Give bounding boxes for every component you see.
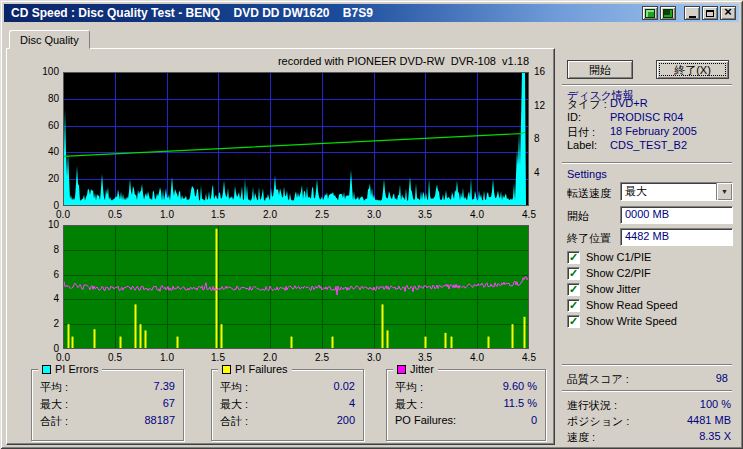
axis-tick-label: 12 bbox=[534, 100, 554, 111]
start-button[interactable]: 開始 bbox=[567, 60, 633, 79]
pi-errors-row: 平均 :7.39 bbox=[40, 380, 175, 397]
pi-errors-label: 合計 : bbox=[40, 414, 68, 429]
chart-panel: recorded with PIONEER DVD-RW DVR-108 v1.… bbox=[6, 48, 555, 445]
quality-score-value: 98 bbox=[716, 372, 728, 384]
checkbox-show-c1-pie[interactable]: ✓ bbox=[567, 251, 580, 264]
bottom-chart: 02468100.00.51.01.52.02.53.03.54.04.5 bbox=[63, 225, 529, 349]
pi-failures-value: 4 bbox=[349, 397, 355, 409]
start-position-input[interactable]: 0000 MB bbox=[620, 206, 733, 224]
tab-label: Disc Quality bbox=[20, 34, 79, 46]
dropdown-button[interactable]: ▼ bbox=[716, 183, 732, 200]
status-row: ポジション :4481 MB bbox=[567, 414, 731, 430]
pi-errors-row: 合計 :88187 bbox=[40, 414, 175, 431]
check-icon: ✓ bbox=[569, 268, 578, 279]
separator bbox=[562, 364, 732, 366]
stat-box-header: PI Failures bbox=[218, 362, 292, 376]
axis-tick-label: 3.5 bbox=[411, 209, 439, 220]
stat-box-pi-failures: PI Failures平均 :0.02最大 :4合計 :200 bbox=[211, 369, 364, 441]
axis-tick-label: 20 bbox=[25, 173, 59, 184]
pie-and-write-speed-chart bbox=[63, 72, 529, 206]
checkbox-row-show-jitter[interactable]: ✓Show Jitter bbox=[567, 282, 731, 298]
pi-errors-row: 最大 :67 bbox=[40, 397, 175, 414]
green-chip-icon-1[interactable] bbox=[642, 6, 658, 20]
pi-failures-value: 0.02 bbox=[334, 380, 355, 392]
chip-glyph-icon bbox=[645, 9, 655, 18]
checkbox-show-write-speed[interactable]: ✓ bbox=[567, 315, 580, 328]
checkbox-row-show-c2-pif[interactable]: ✓Show C2/PIF bbox=[567, 266, 731, 282]
status-row: 進行状況 :100 % bbox=[567, 398, 731, 414]
status-value: 100 % bbox=[700, 398, 731, 410]
checkbox-show-read-speed[interactable]: ✓ bbox=[567, 299, 580, 312]
jitter-label: 最大 : bbox=[395, 397, 423, 412]
jitter-value: 11.5 % bbox=[504, 397, 537, 409]
green-chip-icon-2[interactable] bbox=[660, 6, 676, 20]
axis-tick-label: 10 bbox=[25, 219, 59, 230]
stat-box-pi-errors: PI Errors平均 :7.39最大 :67合計 :88187 bbox=[31, 369, 184, 441]
status-row: 速度 :8.35 X bbox=[567, 430, 731, 446]
tab-disc-quality[interactable]: Disc Quality bbox=[9, 30, 90, 49]
end-position-input[interactable]: 4482 MB bbox=[620, 228, 733, 246]
pi-failures-row: 最大 :4 bbox=[220, 397, 355, 414]
checkbox-label: Show C2/PIF bbox=[586, 267, 651, 279]
axis-tick-label: 4.5 bbox=[515, 352, 543, 363]
maximize-button[interactable] bbox=[702, 6, 718, 20]
jitter-label: 平均 : bbox=[395, 380, 423, 395]
start-position-label: 開始 bbox=[567, 209, 589, 224]
stat-box-title: Jitter bbox=[410, 363, 434, 375]
axis-tick-label: 4.5 bbox=[515, 209, 543, 220]
axis-tick-label: 2.5 bbox=[308, 209, 336, 220]
checkbox-row-show-c1-pie[interactable]: ✓Show C1/PIE bbox=[567, 250, 731, 266]
jitter-row: PO Failures:0 bbox=[395, 414, 537, 431]
disc-info-row: ID:PRODISC R04 bbox=[567, 111, 731, 125]
exit-button[interactable]: 終了(X) bbox=[656, 60, 729, 79]
checkbox-label: Show Jitter bbox=[586, 283, 640, 295]
pif-and-jitter-chart bbox=[63, 225, 529, 349]
disc-info-label: ID: bbox=[567, 111, 581, 123]
transfer-speed-value: 最大 bbox=[621, 183, 716, 200]
axis-tick-label: 8 bbox=[25, 244, 59, 255]
axis-tick-label: 16 bbox=[534, 66, 554, 77]
chevron-down-icon: ▼ bbox=[721, 188, 728, 195]
axis-tick-label: 1.0 bbox=[153, 352, 181, 363]
checkbox-label: Show Read Speed bbox=[586, 299, 678, 311]
disc-info-label: 日付 : bbox=[567, 125, 595, 140]
axis-tick-label: 2.0 bbox=[256, 209, 284, 220]
transfer-speed-select[interactable]: 最大 ▼ bbox=[620, 182, 733, 201]
check-icon: ✓ bbox=[569, 252, 578, 263]
checkbox-row-show-read-speed[interactable]: ✓Show Read Speed bbox=[567, 298, 731, 314]
checkbox-show-jitter[interactable]: ✓ bbox=[567, 283, 580, 296]
jitter-value: 0 bbox=[531, 414, 537, 426]
axis-tick-label: 60 bbox=[25, 120, 59, 131]
axis-tick-label: 1.0 bbox=[153, 209, 181, 220]
jitter-value: 9.60 % bbox=[503, 380, 537, 392]
titlebar-buttons: × bbox=[642, 6, 736, 20]
checkbox-row-show-write-speed[interactable]: ✓Show Write Speed bbox=[567, 314, 731, 330]
disc-info-row: タイプ :DVD+R bbox=[567, 97, 731, 111]
stat-box-title: PI Failures bbox=[235, 363, 288, 375]
minimize-icon bbox=[689, 16, 696, 18]
axis-tick-label: 4 bbox=[534, 167, 554, 178]
axis-tick-label: 0.5 bbox=[101, 352, 129, 363]
axis-tick-label: 3.0 bbox=[360, 352, 388, 363]
pi-failures-label: 平均 : bbox=[220, 380, 248, 395]
axis-tick-label: 4.0 bbox=[463, 352, 491, 363]
titlebar[interactable]: CD Speed : Disc Quality Test - BENQ DVD … bbox=[4, 4, 739, 22]
status-value: 8.35 X bbox=[699, 430, 731, 442]
stat-box-header: Jitter bbox=[393, 362, 438, 376]
stat-box-title: PI Errors bbox=[55, 363, 98, 375]
disc-info-section: タイプ :DVD+RID:PRODISC R04日付 :18 February … bbox=[567, 97, 731, 153]
close-button[interactable]: × bbox=[720, 6, 736, 20]
checkbox-show-c2-pif[interactable]: ✓ bbox=[567, 267, 580, 280]
disc-info-label: Label: bbox=[567, 139, 597, 151]
axis-tick-label: 0.5 bbox=[101, 209, 129, 220]
control-panel: 開始 終了(X) ディスク情報 タイプ :DVD+RID:PRODISC R04… bbox=[558, 50, 738, 446]
axis-tick-label: 8 bbox=[534, 133, 554, 144]
check-icon: ✓ bbox=[569, 284, 578, 295]
legend-swatch-pi-errors bbox=[42, 365, 51, 374]
jitter-row: 平均 :9.60 % bbox=[395, 380, 537, 397]
disc-info-value: 18 February 2005 bbox=[610, 125, 697, 137]
status-label: ポジション : bbox=[567, 414, 629, 429]
window-title: CD Speed : Disc Quality Test - BENQ DVD … bbox=[11, 6, 373, 20]
minimize-button[interactable] bbox=[684, 6, 700, 20]
stat-box-rows: 平均 :9.60 %最大 :11.5 %PO Failures:0 bbox=[395, 380, 537, 431]
